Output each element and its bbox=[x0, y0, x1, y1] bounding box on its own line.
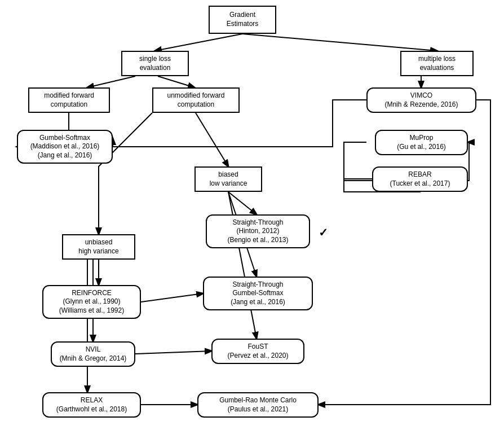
svg-line-13 bbox=[135, 351, 211, 354]
svg-line-1 bbox=[242, 34, 437, 51]
node-biased_low: biasedlow variance bbox=[194, 166, 262, 192]
svg-line-2 bbox=[87, 76, 135, 87]
node-unbiased_high: unbiasedhigh variance bbox=[62, 234, 135, 260]
svg-line-5 bbox=[196, 113, 228, 166]
node-st_gumbel: Straight-ThroughGumbel-Softmax(Jang et a… bbox=[203, 277, 313, 310]
node-muprop: MuProp(Gu et al., 2016) bbox=[375, 130, 468, 155]
svg-line-6 bbox=[228, 192, 257, 214]
node-multiple_loss: multiple lossevaluations bbox=[400, 51, 474, 76]
svg-line-3 bbox=[158, 76, 194, 87]
svg-line-8 bbox=[228, 192, 257, 339]
node-rebar: REBAR(Tucker et al., 2017) bbox=[372, 166, 468, 192]
node-reinforce: REINFORCE(Glynn et al., 1990)(Williams e… bbox=[42, 285, 141, 319]
svg-line-12 bbox=[141, 293, 203, 302]
node-gumbel_rao: Gumbel-Rao Monte Carlo(Paulus et al., 20… bbox=[197, 392, 319, 418]
checkmark: ✓ bbox=[319, 226, 328, 239]
node-gumbel_softmax: Gumbel-Softmax(Maddison et al., 2016)(Ja… bbox=[17, 130, 113, 164]
node-foust: FouST(Pervez et al., 2020) bbox=[211, 339, 304, 364]
diagram: GradientEstimatorssingle lossevaluationm… bbox=[0, 0, 504, 443]
node-unmodified_forward: unmodified forwardcomputation bbox=[152, 87, 240, 113]
node-modified_forward: modified forwardcomputation bbox=[28, 87, 110, 113]
svg-line-0 bbox=[155, 34, 242, 51]
node-nvil: NVIL(Mnih & Gregor, 2014) bbox=[51, 341, 135, 367]
node-vimco: VIMCO(Mnih & Rezende, 2016) bbox=[366, 87, 476, 113]
node-relax: RELAX(Garthwohl et al., 2018) bbox=[42, 392, 141, 418]
node-single_loss: single lossevaluation bbox=[121, 51, 189, 76]
node-straight_through: Straight-Through(Hinton, 2012)(Bengio et… bbox=[206, 214, 310, 248]
node-gradient_estimators: GradientEstimators bbox=[209, 6, 276, 34]
